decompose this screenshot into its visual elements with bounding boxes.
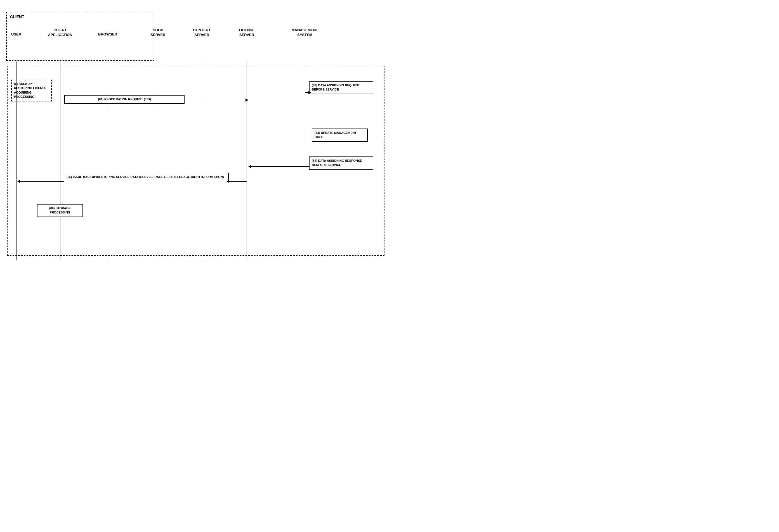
box-66: (66) STORAGE PROCESSING — [37, 204, 83, 217]
shop-server-header: SHOP SERVER — [145, 28, 171, 38]
client-outer-box — [6, 12, 154, 61]
box-64: (64) DATA ASSIGNING RESPONSE BERFORE SER… — [309, 156, 373, 170]
user-header: USER — [8, 32, 24, 37]
box-63: (63) UPDATE MANAGEMENT DATA — [312, 129, 368, 142]
arrow-license-to-65 — [229, 181, 247, 182]
box-61: (61) REGISTRATION REQUEST (TID) — [64, 95, 185, 104]
client-label: CLIENT — [10, 14, 24, 19]
arrow-64-to-license — [250, 166, 309, 167]
browser-header: BROWSER — [94, 32, 122, 37]
shop-server-vline — [158, 61, 158, 260]
arrow-65-to-client — [19, 181, 64, 182]
box-62: (62) DATA ASSIGNING REQUEST BEFORE SERVI… — [309, 81, 373, 94]
section-a-label: (a) BACKUP/ RESTORING LICENSE ACQUIRING … — [11, 80, 52, 102]
box-65: (65) ISSUE BACKUP/RESTORING SERVICE DATA… — [64, 173, 229, 181]
client-app-vline — [60, 61, 60, 260]
browser-vline — [108, 61, 108, 260]
user-vline — [16, 61, 16, 260]
diagram: CLIENT USER CLIENT APPLICATION BROWSER S… — [0, 0, 390, 266]
management-system-header: MANAGEMENT SYSTEM — [285, 28, 324, 38]
management-system-vline — [305, 61, 305, 260]
client-app-header: CLIENT APPLICATION — [43, 28, 77, 38]
content-server-header: CONTENT SERVER — [188, 28, 216, 38]
license-server-header: LICENSE SERVER — [234, 28, 260, 38]
arrow-62-internal — [305, 92, 309, 93]
license-server-vline — [247, 61, 247, 260]
arrow-61-to-license — [185, 100, 246, 100]
content-server-vline — [203, 61, 203, 260]
